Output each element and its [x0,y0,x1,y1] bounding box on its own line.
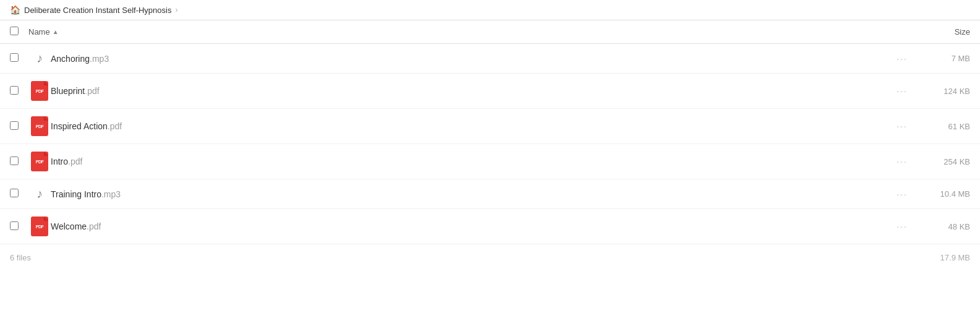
actions-inspired-action[interactable]: ··· [884,121,921,131]
checkbox-blueprint[interactable] [10,86,28,96]
pdf-icon: PDF [28,152,51,171]
top-bar: 🏠 Deliberate Creation Instant Self-Hypno… [0,0,980,20]
select-all-checkbox-container[interactable] [10,27,28,37]
file-name-inspired-action: Inspired Action.pdf [51,121,884,131]
checkbox-anchoring[interactable] [10,53,28,64]
file-ext-blueprint: .pdf [85,86,99,96]
file-row-inspired-action[interactable]: PDFInspired Action.pdf···61 KB [0,109,980,144]
actions-training-intro[interactable]: ··· [884,189,921,199]
breadcrumb-title[interactable]: Deliberate Creation Instant Self-Hypnosi… [24,6,171,15]
breadcrumb: 🏠 Deliberate Creation Instant Self-Hypno… [10,5,177,15]
actions-welcome[interactable]: ··· [884,221,921,231]
checkbox-input-blueprint[interactable] [10,86,19,95]
file-size-blueprint: 124 KB [921,87,970,96]
file-count: 6 files [10,253,31,262]
file-name-welcome: Welcome.pdf [51,221,884,231]
file-name-main-welcome: Welcome [51,221,87,231]
size-column-header: Size [896,27,970,36]
home-icon: 🏠 [10,5,20,15]
file-row-intro[interactable]: PDFIntro.pdf···254 KB [0,144,980,179]
file-row-training-intro[interactable]: ♪Training Intro.mp3···10.4 MB [0,179,980,209]
file-ext-anchoring: .mp3 [90,54,109,64]
music-icon: ♪ [28,187,51,201]
actions-intro[interactable]: ··· [884,156,921,166]
file-size-inspired-action: 61 KB [921,122,970,131]
file-name-blueprint: Blueprint.pdf [51,86,884,96]
file-rows-container: ♪Anchoring.mp3···7 MBPDFBlueprint.pdf···… [0,44,980,244]
file-size-training-intro: 10.4 MB [921,189,970,199]
sort-icon: ▲ [53,28,59,35]
checkbox-welcome[interactable] [10,221,28,232]
file-row-anchoring[interactable]: ♪Anchoring.mp3···7 MB [0,44,980,74]
music-icon: ♪ [28,51,51,66]
file-size-welcome: 48 KB [921,222,970,231]
file-name-main-intro: Intro [51,156,68,166]
file-name-main-inspired-action: Inspired Action [51,121,108,131]
file-ext-welcome: .pdf [87,221,101,231]
actions-blueprint[interactable]: ··· [884,86,921,96]
file-name-intro: Intro.pdf [51,156,884,166]
file-row-blueprint[interactable]: PDFBlueprint.pdf···124 KB [0,74,980,109]
checkbox-input-intro[interactable] [10,156,19,165]
name-column-header[interactable]: Name ▲ [28,27,896,36]
file-name-main-anchoring: Anchoring [51,54,90,64]
checkbox-input-inspired-action[interactable] [10,121,19,130]
checkbox-inspired-action[interactable] [10,121,28,132]
file-row-welcome[interactable]: PDFWelcome.pdf···48 KB [0,209,980,244]
footer: 6 files 17.9 MB [0,244,980,271]
checkbox-training-intro[interactable] [10,189,28,199]
breadcrumb-chevron: › [175,6,177,14]
file-ext-training-intro: .mp3 [101,189,121,199]
file-ext-inspired-action: .pdf [108,121,122,131]
pdf-icon: PDF [28,81,51,101]
file-table: Name ▲ Size ♪Anchoring.mp3···7 MBPDFBlue… [0,20,980,271]
checkbox-input-training-intro[interactable] [10,189,19,197]
checkbox-input-anchoring[interactable] [10,53,19,62]
actions-anchoring[interactable]: ··· [884,54,921,64]
table-header: Name ▲ Size [0,20,980,44]
file-name-main-blueprint: Blueprint [51,86,85,96]
checkbox-input-welcome[interactable] [10,221,19,230]
select-all-checkbox[interactable] [10,27,19,35]
pdf-icon: PDF [28,217,51,236]
file-name-main-training-intro: Training Intro [51,189,101,199]
file-size-anchoring: 7 MB [921,54,970,63]
total-size: 17.9 MB [940,253,970,262]
file-size-intro: 254 KB [921,157,970,166]
file-ext-intro: .pdf [68,156,82,166]
file-name-anchoring: Anchoring.mp3 [51,54,884,64]
file-name-training-intro: Training Intro.mp3 [51,189,884,199]
pdf-icon: PDF [28,116,51,136]
checkbox-intro[interactable] [10,156,28,167]
